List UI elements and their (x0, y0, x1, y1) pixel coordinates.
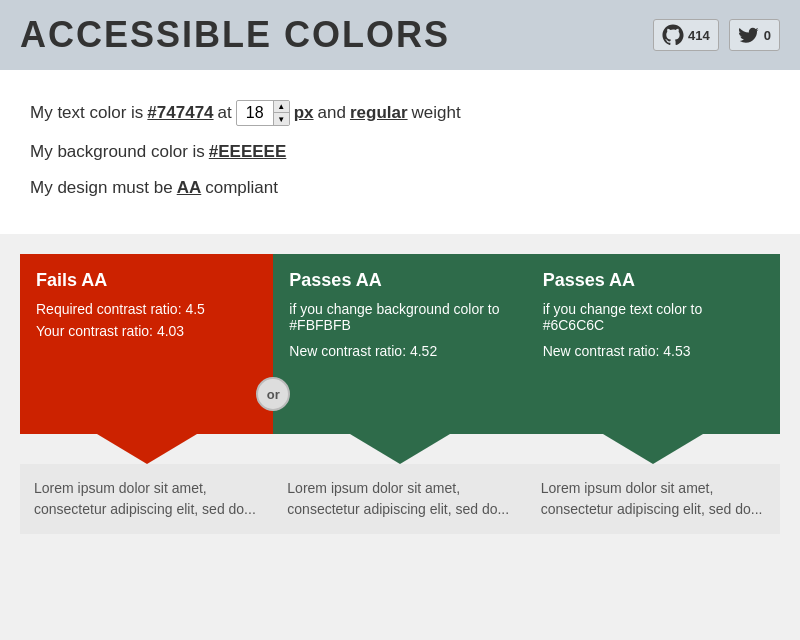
fail-preview-text: Lorem ipsum dolor sit amet, consectetur … (34, 478, 259, 520)
github-count: 414 (688, 28, 710, 43)
spinner-up[interactable]: ▲ (273, 101, 289, 113)
github-icon (662, 24, 684, 46)
twitter-count: 0 (764, 28, 771, 43)
pass-text-title: Passes AA (543, 270, 764, 291)
pass-bg-subtitle: if you change background color to #FBFBF… (289, 301, 510, 333)
fail-card-arrow (97, 434, 197, 464)
twitter-badge[interactable]: 0 (729, 19, 780, 51)
pass-bg-card-bottom: Lorem ipsum dolor sit amet, consectetur … (273, 464, 526, 534)
pass-bg-title: Passes AA (289, 270, 510, 291)
pass-text-preview-text: Lorem ipsum dolor sit amet, consectetur … (541, 478, 766, 520)
text-color-line: My text color is #747474 at ▲ ▼ px and r… (30, 100, 770, 126)
font-size-spinner[interactable]: ▲ ▼ (236, 100, 290, 126)
weight-label: weight (412, 103, 461, 123)
pass-text-card-top: Passes AA if you change text color to #6… (527, 254, 780, 434)
pass-bg-preview-text: Lorem ipsum dolor sit amet, consectetur … (287, 478, 512, 520)
font-weight-value[interactable]: regular (350, 103, 408, 123)
compliant-label: compliant (205, 178, 278, 198)
fail-card: Fails AA Required contrast ratio: 4.5 Yo… (20, 254, 273, 534)
results-cards: Fails AA Required contrast ratio: 4.5 Yo… (20, 254, 780, 534)
required-ratio: Required contrast ratio: 4.5 (36, 301, 257, 317)
spinner-down[interactable]: ▼ (273, 113, 289, 125)
main-content: My text color is #747474 at ▲ ▼ px and r… (0, 70, 800, 234)
px-label[interactable]: px (294, 103, 314, 123)
bg-color-line: My background color is #EEEEEE (30, 142, 770, 162)
spinner-buttons: ▲ ▼ (273, 101, 289, 125)
header: ACCESSIBLE COLORS 414 0 (0, 0, 800, 70)
pass-text-card-bottom: Lorem ipsum dolor sit amet, consectetur … (527, 464, 780, 534)
pass-text-card: Passes AA if you change text color to #6… (527, 254, 780, 534)
and-label: and (318, 103, 346, 123)
line3-prefix: My design must be (30, 178, 173, 198)
text-color-value[interactable]: #747474 (147, 103, 213, 123)
font-size-input[interactable] (237, 102, 273, 124)
fail-card-bottom: Lorem ipsum dolor sit amet, consectetur … (20, 464, 273, 534)
at-label: at (218, 103, 232, 123)
compliance-value[interactable]: AA (177, 178, 202, 198)
line1-prefix: My text color is (30, 103, 143, 123)
pass-bg-card-top: Passes AA if you change background color… (273, 254, 526, 434)
compliance-line: My design must be AA compliant (30, 178, 770, 198)
or-circle: or (256, 377, 290, 411)
github-badge[interactable]: 414 (653, 19, 719, 51)
twitter-icon (738, 24, 760, 46)
results-area: Fails AA Required contrast ratio: 4.5 Yo… (0, 234, 800, 554)
fail-title: Fails AA (36, 270, 257, 291)
pass-bg-card: Passes AA if you change background color… (273, 254, 526, 534)
pass-bg-card-arrow (350, 434, 450, 464)
your-ratio: Your contrast ratio: 4.03 (36, 323, 257, 339)
bg-color-value[interactable]: #EEEEEE (209, 142, 287, 162)
pass-text-card-arrow (603, 434, 703, 464)
line2-prefix: My background color is (30, 142, 205, 162)
pass-bg-ratio: New contrast ratio: 4.52 (289, 343, 510, 359)
fail-card-top: Fails AA Required contrast ratio: 4.5 Yo… (20, 254, 273, 434)
header-icons: 414 0 (653, 19, 780, 51)
pass-text-subtitle: if you change text color to #6C6C6C (543, 301, 764, 333)
pass-text-ratio: New contrast ratio: 4.53 (543, 343, 764, 359)
app-title: ACCESSIBLE COLORS (20, 14, 450, 56)
